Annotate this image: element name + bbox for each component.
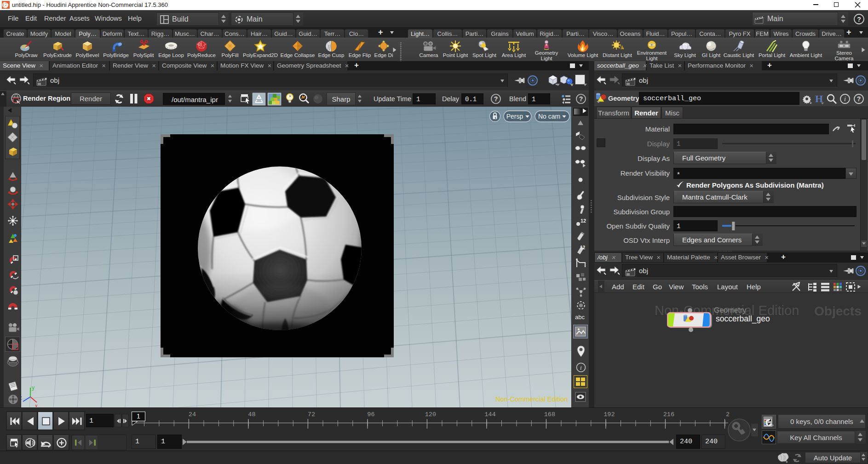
svg-text:?: ?: [857, 95, 861, 103]
svg-text:?: ?: [579, 95, 583, 103]
svg-text:i: i: [844, 96, 846, 103]
svg-text:192: 192: [604, 411, 615, 418]
svg-text:96: 96: [367, 411, 374, 418]
svg-text:168: 168: [544, 411, 555, 418]
svg-text:?: ?: [494, 95, 498, 103]
svg-text:12: 12: [581, 218, 586, 223]
svg-text:?: ?: [857, 16, 861, 23]
svg-text:x: x: [35, 403, 38, 407]
svg-text:2: 2: [726, 411, 730, 418]
svg-text:i: i: [580, 364, 582, 371]
svg-text:12: 12: [580, 245, 586, 250]
svg-text:48: 48: [248, 411, 255, 418]
svg-text:y: y: [32, 384, 34, 391]
svg-text:Persp: Persp: [506, 113, 523, 120]
svg-text:24: 24: [189, 411, 196, 418]
svg-text:216: 216: [663, 411, 674, 418]
svg-text:120: 120: [425, 411, 436, 418]
svg-text:No cam: No cam: [538, 113, 560, 120]
svg-text:72: 72: [308, 411, 315, 418]
svg-text:144: 144: [484, 411, 495, 418]
